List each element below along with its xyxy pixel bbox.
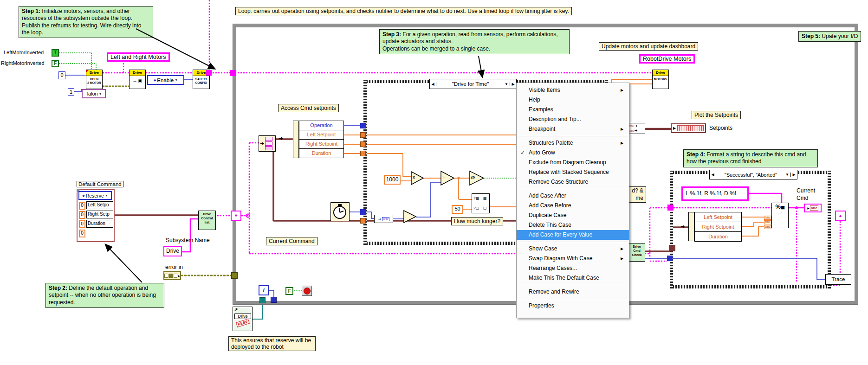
context-menu: Visible Items▶ Help Examples Description… (516, 83, 629, 318)
unbundle-field-operation[interactable]: Operation (299, 121, 344, 130)
menu-item-duplicate-case[interactable]: Duplicate Case (517, 211, 629, 220)
menu-item-remove-case-structure[interactable]: Remove Case Structure (517, 177, 629, 187)
case-selector-label[interactable]: "Successful", "Aborted" (716, 172, 785, 178)
numeric-constant-50[interactable]: 50 (452, 205, 463, 214)
case-selector-label[interactable]: "Drive for Time" (436, 81, 505, 87)
multiply-node[interactable]: x (413, 175, 415, 179)
menu-item-delete-this-case[interactable]: Delete This Case (517, 220, 629, 230)
menu-item-structures-palette[interactable]: Structures Palette▶ (517, 138, 629, 148)
menu-item-add-case-before[interactable]: Add Case Before (517, 201, 629, 211)
stop-button[interactable] (302, 286, 312, 296)
submenu-arrow-icon: ▶ (621, 138, 629, 148)
subsystem-name-constant[interactable]: Drive (163, 246, 182, 256)
trace-indicator[interactable]: Trace (825, 274, 851, 285)
boolean-false-constant-2[interactable]: F (285, 287, 293, 295)
numeric-constant-0[interactable]: 0 (58, 71, 65, 79)
label-right-motor-inverted: RightMotorInverted (1, 60, 45, 66)
unbundle-strip[interactable] (293, 121, 299, 158)
format-string-constant[interactable]: L %.1f, R %.1f, D %f (681, 186, 749, 201)
default-cmd-value[interactable]: 0 (79, 220, 85, 228)
step3-body: For a given operation, read from sensors… (382, 31, 558, 45)
label-current-cmd: Current Cmd (797, 187, 815, 202)
unbundle-strip[interactable] (688, 212, 694, 241)
bundle-setpoints-node[interactable]: DBL➜ DBL➜ (628, 123, 645, 134)
case-next-icon[interactable]: ▶ (510, 82, 516, 86)
wait-notification-node[interactable]: ▼ (231, 211, 241, 221)
menu-item-remove-and-rewire[interactable]: Remove and Rewire (517, 287, 629, 297)
numeric-constant-1[interactable]: 1 (68, 88, 74, 96)
menu-item-help[interactable]: Help (517, 95, 629, 105)
default-cmd-value[interactable]: 0 (79, 211, 85, 219)
enum-value: Reserve (86, 193, 104, 199)
talon-enum-constant[interactable]: Talon ▼ (82, 89, 106, 98)
menu-item-show-case[interactable]: Show Case▶ (517, 244, 629, 254)
open-2-motor-vi[interactable]: Drive OPEN2 MOTOR (86, 70, 103, 89)
drive-resv-subvi[interactable]: ↗ Drive RESV (233, 307, 253, 331)
step3-prefix: Step 3: (382, 31, 401, 38)
format-field-right-setpoint[interactable]: Right Setpoint (694, 222, 742, 232)
step4-prefix: Step 4: (687, 151, 705, 158)
node-line3: Init (205, 221, 210, 224)
case-selector-inner[interactable]: ◀ "Successful", "Aborted" ▼ ▶ (709, 170, 797, 179)
less-equal-zero-node[interactable]: ≤0 (471, 175, 475, 179)
menu-item-auto-grow[interactable]: ✓Auto Grow (517, 148, 629, 158)
menu-item-replace-with-stacked-sequence[interactable]: Replace with Stacked Sequence (517, 167, 629, 177)
default-cmd-value[interactable]: 0 (79, 202, 85, 210)
inner-case-border-left[interactable] (670, 171, 673, 288)
drive-cmd-check-vi[interactable]: Drive Cmd Check (628, 243, 645, 262)
enable-enum-constant[interactable]: ◆ Enable ▼ (147, 75, 184, 85)
case-selector-main[interactable]: ◀ "Drive for Time" ▼ ▶ (429, 79, 517, 89)
unbundle-field-duration[interactable]: Duration (299, 148, 344, 158)
array-arrow-icon: ➜ (279, 135, 283, 141)
case-prev-icon[interactable]: ◀ (710, 173, 716, 177)
menu-item-swap-diagram-with-case[interactable]: Swap Diagram With Case▶ (517, 254, 629, 263)
format-field-left-setpoint[interactable]: Left Setpoint (694, 212, 742, 222)
menu-item-breakpoint[interactable]: Breakpoint▶ (517, 124, 629, 134)
drive-control-init-vi[interactable]: Drive Control Init (198, 211, 216, 230)
inner-case-border-bottom[interactable] (670, 285, 831, 288)
format-into-string-node[interactable]: %▦ ⋰ (771, 203, 789, 228)
default-cmd-value[interactable]: 0 (79, 230, 85, 237)
label-left-motor-inverted: LeftMotorInverted (4, 50, 44, 55)
drive-motors-vi[interactable]: Drive MOTORS (652, 70, 669, 89)
case-prev-icon[interactable]: ◀ (430, 82, 436, 86)
dropdown-icon: ▼ (105, 194, 108, 197)
menu-item-add-case-for-every-value[interactable]: Add Case for Every Value (517, 230, 629, 240)
case-dropdown-icon[interactable]: ▼ (505, 82, 510, 86)
publish-refnum-vi[interactable]: Drive →▣ (129, 70, 146, 89)
case-next-icon[interactable]: ▶ (790, 173, 797, 177)
menu-item-examples[interactable]: Examples (517, 105, 629, 115)
menu-item-visible-items[interactable]: Visible Items▶ (517, 85, 629, 95)
iteration-terminal[interactable]: i (259, 285, 269, 295)
unbundle-field-left-setpoint[interactable]: Left Setpoint (299, 130, 344, 140)
to-u32-conversion-node[interactable]: ➜ U32 (374, 215, 393, 223)
boolean-false-constant[interactable]: F (52, 60, 59, 67)
menu-item-description-and-tip[interactable]: Description and Tip... (517, 115, 629, 124)
unbundle-field-right-setpoint[interactable]: Right Setpoint (299, 139, 344, 149)
inner-case-border-right[interactable] (828, 171, 831, 288)
tick-count-clock-node[interactable] (330, 202, 350, 221)
menu-item-add-case-after[interactable]: Add Case After (517, 191, 629, 201)
subtract-node[interactable]: – (443, 174, 446, 179)
tunnel-magenta-loop (230, 70, 236, 76)
enum-value: Enable (157, 77, 174, 83)
resv-name: Drive (234, 314, 251, 319)
in-range-coerce-node[interactable]: ?▦ ▦ ?▢ ▢ (472, 193, 490, 213)
setpoints-chart-terminal[interactable]: ▶ (671, 123, 706, 133)
menu-item-rearrange-cases[interactable]: Rearrange Cases... (517, 263, 629, 273)
cluster-icon (265, 137, 272, 150)
current-cmd-indicator[interactable]: ▶ abc (804, 204, 822, 212)
numeric-constant-1000[interactable]: 1000 (384, 175, 401, 185)
format-field-duration[interactable]: Duration (694, 231, 742, 242)
case-dropdown-icon[interactable]: ▼ (785, 173, 790, 177)
menu-separator (518, 136, 628, 136)
reserve-enum[interactable]: ◆ Reserve ▼ (78, 191, 112, 200)
boolean-true-constant[interactable]: T (52, 49, 59, 57)
notifier-feedback-node[interactable]: ▲ (835, 211, 846, 221)
read-setpoints-node[interactable]: ➜ (259, 135, 276, 152)
error-in-constant[interactable]: ▶ (163, 271, 181, 280)
menu-item-make-this-the-default-case[interactable]: Make This The Default Case (517, 273, 629, 283)
menu-item-properties[interactable]: Properties (517, 301, 629, 311)
dropdown-icon: ▼ (175, 78, 178, 82)
menu-item-exclude-from-diagram-cleanup[interactable]: Exclude from Diagram Cleanup (517, 158, 629, 167)
